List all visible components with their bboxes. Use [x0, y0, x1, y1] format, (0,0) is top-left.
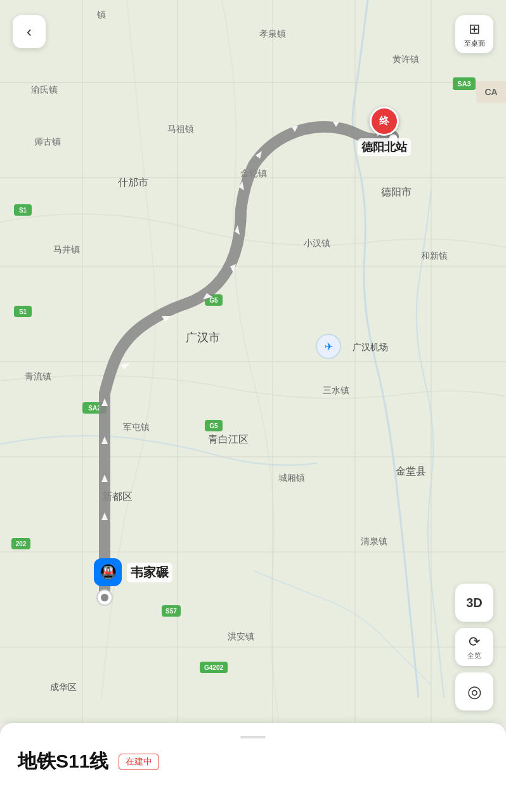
- overview-label: 全览: [467, 651, 481, 660]
- location-button[interactable]: ◎: [455, 672, 493, 710]
- end-circle: 终: [370, 107, 399, 136]
- svg-text:师古镇: 师古镇: [34, 136, 61, 147]
- svg-text:广汉市: 广汉市: [186, 331, 220, 344]
- svg-text:和新镇: 和新镇: [421, 251, 448, 261]
- svg-text:青白江区: 青白江区: [208, 434, 249, 445]
- svg-text:G5: G5: [209, 297, 218, 304]
- start-station: 🚇 韦家碾: [94, 558, 172, 586]
- svg-text:S1: S1: [19, 207, 27, 214]
- add-icon: ⊞: [469, 21, 480, 37]
- svg-text:G5: G5: [209, 422, 218, 429]
- svg-text:城厢镇: 城厢镇: [278, 473, 305, 483]
- svg-text:军屯镇: 军屯镇: [123, 422, 150, 432]
- 3d-label: 3D: [466, 596, 483, 610]
- line-title: 地铁S11线: [18, 749, 108, 775]
- svg-text:德阳市: 德阳市: [381, 187, 412, 197]
- svg-text:洪安镇: 洪安镇: [228, 631, 254, 641]
- svg-text:什邡市: 什邡市: [117, 177, 148, 188]
- svg-text:黄许镇: 黄许镇: [392, 54, 419, 64]
- station-icon: 🚇: [94, 558, 122, 586]
- 3d-button[interactable]: 3D: [455, 584, 493, 622]
- svg-text:镇: 镇: [96, 10, 106, 20]
- location-icon: ◎: [467, 682, 482, 702]
- svg-text:青流镇: 青流镇: [25, 371, 51, 381]
- station-name: 韦家碾: [127, 563, 172, 582]
- ca-badge: CA: [476, 81, 506, 103]
- svg-text:三水镇: 三水镇: [323, 385, 349, 395]
- add-to-desktop-label: 至桌面: [464, 39, 485, 48]
- svg-text:金堂县: 金堂县: [396, 466, 426, 476]
- svg-text:S1: S1: [19, 308, 27, 315]
- map-svg: SA3 S1 S1 SA2 G5 G5 S57 G4202 202 孝泉镇 黄许…: [0, 0, 506, 723]
- svg-text:马祖镇: 马祖镇: [167, 124, 194, 134]
- status-badge: 在建中: [119, 754, 159, 770]
- svg-text:孝泉镇: 孝泉镇: [259, 29, 286, 39]
- svg-text:马井镇: 马井镇: [53, 244, 80, 254]
- end-station-name: 德阳北站: [358, 138, 411, 156]
- svg-text:S57: S57: [165, 608, 177, 615]
- svg-text:G4202: G4202: [204, 664, 223, 671]
- svg-text:小汉镇: 小汉镇: [304, 238, 330, 248]
- overview-button[interactable]: ⟳ 全览: [455, 628, 493, 666]
- drag-handle[interactable]: [240, 736, 266, 738]
- svg-text:成华区: 成华区: [50, 682, 77, 692]
- map-controls: 3D ⟳ 全览 ◎: [455, 584, 493, 710]
- end-station: 终 德阳北站: [358, 107, 411, 156]
- svg-text:渝氏镇: 渝氏镇: [31, 84, 58, 95]
- overview-icon: ⟳: [469, 634, 480, 650]
- back-button[interactable]: ‹: [13, 15, 46, 48]
- bottom-panel: 地铁S11线 在建中: [0, 723, 506, 812]
- svg-point-74: [101, 594, 108, 601]
- add-to-desktop-button[interactable]: ⊞ 至桌面: [455, 15, 493, 53]
- svg-text:广汉机场: 广汉机场: [353, 342, 388, 352]
- map-area: SA3 S1 S1 SA2 G5 G5 S57 G4202 202 孝泉镇 黄许…: [0, 0, 506, 723]
- svg-text:202: 202: [16, 540, 27, 547]
- svg-text:清泉镇: 清泉镇: [361, 536, 387, 546]
- svg-text:SA3: SA3: [457, 80, 470, 88]
- back-icon: ‹: [27, 23, 32, 41]
- svg-text:✈: ✈: [325, 341, 333, 352]
